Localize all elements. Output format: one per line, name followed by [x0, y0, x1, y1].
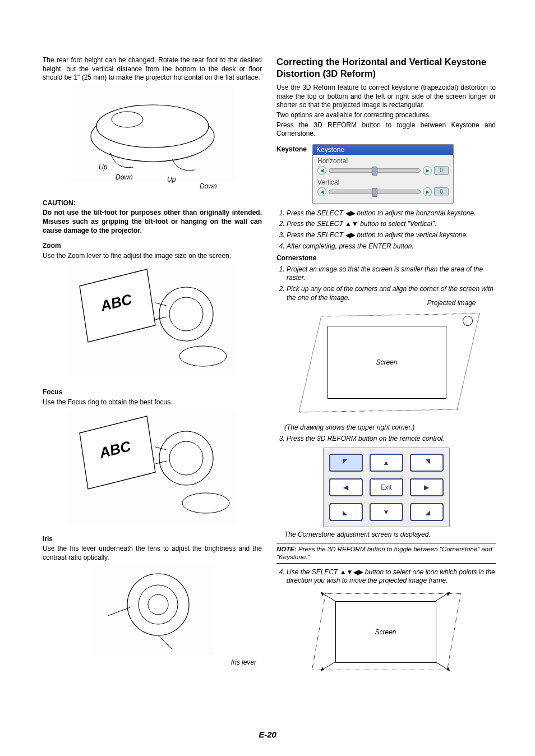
edge-top-button[interactable]: ▲ — [370, 454, 403, 472]
projector-rear-illustration — [71, 86, 234, 181]
focus-figure: ABC — [43, 411, 262, 528]
note-head: NOTE: — [276, 546, 297, 552]
intro-1: Use the 3D Reform feature to correct key… — [276, 84, 496, 110]
caution-head: CAUTION: — [43, 199, 262, 208]
slider-right-icon[interactable]: ▶ — [423, 166, 432, 175]
svg-point-7 — [179, 346, 227, 366]
keystone-steps: Press the SELECT ◀▶ button to adjust the… — [276, 209, 496, 251]
slider-right-icon[interactable]: ▶ — [423, 187, 432, 196]
cornerstone-steps-3: Press the 3D REFORM button on the remote… — [276, 435, 496, 444]
cornerstone-head: Cornerstone — [276, 254, 496, 263]
corner-tl-button[interactable] — [329, 454, 363, 472]
note-block: NOTE: Press the 3D REFORM button to togg… — [276, 543, 496, 564]
keystone-panel: Keystone Horizontal ◀ ▶ 0 Vertical ◀ ▶ 0 — [312, 144, 454, 204]
cornerstone-grid-caption: The Cornerstone adjustment screen is dis… — [284, 531, 496, 540]
direction-arrows-icon — [316, 590, 456, 674]
corner-bl-button[interactable] — [329, 503, 363, 521]
caution-body: Do not use the tilt-foot for purposes ot… — [43, 209, 262, 235]
iris-head: Iris — [43, 535, 262, 544]
cornerstone-step-3: Press the 3D REFORM button on the remote… — [287, 435, 496, 444]
iris-illustration — [91, 565, 214, 655]
keystone-label: Keystone — [276, 144, 307, 153]
zoom-illustration: ABC — [68, 264, 237, 376]
keystone-step-1: Press the SELECT ◀▶ button to adjust the… — [287, 209, 496, 218]
keystone-h-value: 0 — [434, 166, 449, 175]
label-up-2: Up — [167, 176, 176, 183]
keystone-step-2: Press the SELECT ▲▼ button to select "Ve… — [287, 220, 496, 229]
svg-marker-16 — [343, 459, 347, 464]
svg-marker-18 — [343, 511, 347, 515]
corner-caption-text: (The drawing shows the upper right corne… — [284, 423, 496, 432]
edge-right-button[interactable]: ▶ — [410, 478, 444, 496]
cornerstone-step-4: Use the SELECT ▲▼◀▶ button to select one… — [287, 568, 496, 586]
rear-foot-figure: Up Down Up Down — [43, 86, 262, 192]
zoom-figure: ABC — [43, 264, 262, 381]
label-down-2: Down — [200, 182, 217, 190]
keystone-panel-title: Keystone — [313, 145, 453, 155]
slider-left-icon[interactable]: ◀ — [317, 166, 326, 175]
svg-marker-19 — [425, 511, 430, 515]
keystone-h-label: Horizontal — [317, 157, 449, 165]
zoom-body: Use the Zoom lever to fine adjust the im… — [43, 252, 262, 261]
note-body: Press the 3D REFORM button to toggle bet… — [276, 546, 492, 560]
cornerstone-step-1: Project an image so that the screen is s… — [287, 265, 496, 283]
keystone-h-slider[interactable]: ◀ ▶ 0 — [317, 166, 449, 175]
exit-button[interactable]: Exit — [370, 478, 403, 496]
iris-body: Use the Iris lever underneath the lens t… — [43, 545, 262, 562]
label-down-1: Down — [116, 173, 133, 181]
keystone-v-value: 0 — [434, 187, 449, 196]
edge-bottom-button[interactable]: ▼ — [370, 503, 403, 521]
corner-tr-button[interactable] — [410, 454, 444, 472]
keystone-v-label: Vertical — [317, 178, 449, 186]
zoom-head: Zoom — [43, 242, 262, 251]
focus-illustration: ABC — [68, 411, 237, 523]
focus-head: Focus — [43, 388, 262, 397]
intro-2: Two options are available for correcting… — [276, 111, 496, 120]
edge-left-button[interactable]: ◀ — [329, 478, 363, 496]
cornerstone-grid: ▲ ◀ Exit ▶ ▼ — [323, 448, 450, 527]
keystone-v-slider[interactable]: ◀ ▶ 0 — [317, 187, 449, 196]
corner-handle-icon — [463, 316, 473, 326]
section-heading: Correcting the Horizontal and Vertical K… — [276, 56, 496, 79]
right-column: Correcting the Horizontal and Vertical K… — [276, 56, 496, 674]
page-number: E-20 — [0, 730, 535, 739]
svg-point-1 — [96, 105, 209, 147]
keystone-block: Keystone Keystone Horizontal ◀ ▶ 0 Verti… — [276, 144, 496, 204]
keystone-step-3: Press the SELECT ◀▶ button to adjust the… — [287, 231, 496, 240]
cornerstone-steps-4: Use the SELECT ▲▼◀▶ button to select one… — [276, 568, 496, 586]
corner-br-button[interactable] — [410, 503, 444, 521]
svg-marker-17 — [425, 459, 430, 464]
left-column: The rear foot height can be changed. Rot… — [43, 56, 262, 674]
cornerstone-steps-1: Project an image so that the screen is s… — [276, 265, 496, 302]
svg-point-15 — [148, 594, 168, 615]
cornerstone-diagram-2: Screen — [316, 590, 456, 674]
focus-body: Use the Focus ring to obtain the best fo… — [43, 398, 262, 407]
screen-label-1: Screen — [376, 358, 397, 366]
intro-3: Press the 3D REFORM button to toggle bet… — [276, 121, 496, 139]
svg-point-6 — [169, 297, 203, 331]
label-up-1: Up — [99, 163, 107, 171]
svg-point-2 — [112, 112, 143, 127]
svg-point-11 — [169, 441, 203, 475]
rear-foot-paragraph: The rear foot height can be changed. Rot… — [43, 56, 262, 82]
keystone-step-4: After completing, press the ENTER button… — [287, 242, 496, 251]
iris-lever-label: Iris lever — [231, 658, 256, 666]
cornerstone-diagram-1: Projected image Screen — [297, 306, 476, 418]
iris-figure: Iris lever — [43, 565, 262, 666]
svg-point-12 — [182, 493, 229, 513]
slider-left-icon[interactable]: ◀ — [317, 187, 326, 196]
projected-image-label: Projected image — [427, 299, 476, 307]
